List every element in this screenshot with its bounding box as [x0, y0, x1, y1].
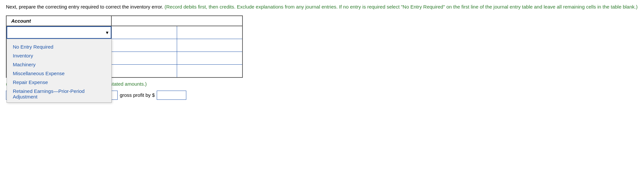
debit-input-2[interactable]	[113, 40, 175, 51]
credit-input-4[interactable]	[178, 65, 241, 76]
instruction-paragraph: Next, prepare the correcting entry requi…	[6, 3, 638, 11]
account-select-1[interactable]	[7, 27, 111, 38]
dropdown-item-retained-earnings[interactable]: Retained Earnings—Prior-Period Adjustmen…	[7, 87, 111, 101]
account-column: Account ▼	[6, 15, 243, 78]
dropdown-item-no-entry[interactable]: No Entry Required	[7, 42, 111, 51]
dropdown-item-machinery[interactable]: Machinery	[7, 60, 111, 69]
account-cell-1[interactable]: ▼ No Entry Required Inventory Machinery …	[6, 26, 111, 39]
credit-cell-4[interactable]	[177, 64, 242, 77]
debit-cell-1[interactable]	[111, 26, 177, 39]
credit-input-1[interactable]	[178, 27, 241, 38]
debit-input-1[interactable]	[113, 27, 175, 38]
debit-input-4[interactable]	[113, 65, 175, 76]
debit-cell-2[interactable]	[111, 39, 177, 52]
debit-cell-4[interactable]	[111, 64, 177, 77]
select-wrapper-1[interactable]: ▼	[7, 26, 111, 39]
dropdown-item-misc-expense[interactable]: Miscellaneous Expense	[7, 69, 111, 78]
bottom-input-3[interactable]	[157, 91, 186, 100]
dropdown-list[interactable]: No Entry Required Inventory Machinery Mi…	[7, 39, 112, 103]
credit-cell-3[interactable]	[177, 52, 242, 64]
debit-input-3[interactable]	[113, 53, 175, 64]
bottom-suffix-text: gross profit by $	[120, 92, 155, 98]
debit-cell-3[interactable]	[111, 52, 177, 64]
dropdown-item-inventory[interactable]: Inventory	[7, 51, 111, 60]
credit-cell-2[interactable]	[177, 39, 242, 52]
instruction-green: (Record debits first, then credits. Excl…	[165, 4, 638, 10]
credit-cell-1[interactable]	[177, 26, 242, 39]
credit-input-2[interactable]	[178, 40, 241, 51]
dropdown-item-repair-expense[interactable]: Repair Expense	[7, 78, 111, 87]
instruction-main: Next, prepare the correcting entry requi…	[6, 4, 163, 10]
entry-header-placeholder	[111, 16, 242, 26]
main-layout: Account ▼	[6, 15, 638, 78]
instruction-block: Next, prepare the correcting entry requi…	[6, 3, 638, 11]
account-header: Account	[6, 16, 111, 26]
journal-table: Account ▼	[6, 15, 243, 78]
credit-input-3[interactable]	[178, 53, 241, 64]
table-row: ▼ No Entry Required Inventory Machinery …	[6, 26, 242, 39]
